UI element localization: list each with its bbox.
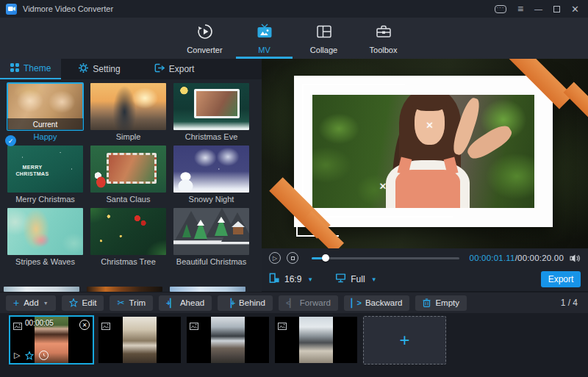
theme-thumbnail — [90, 146, 166, 193]
tab-toolbox[interactable]: Toolbox — [354, 18, 413, 59]
gear-icon — [79, 63, 88, 75]
photo-frame: ✕ ✕ — [294, 76, 553, 227]
feedback-icon[interactable]: ··· — [495, 5, 506, 13]
theme-grid-icon — [10, 63, 19, 74]
theme-thumbnail — [90, 83, 166, 130]
chevron-down-icon: ▼ — [307, 276, 313, 283]
check-icon: ✓ — [5, 135, 16, 146]
monitor-icon — [335, 273, 346, 286]
theme-thumbnail: Current — [7, 83, 83, 130]
image-icon — [13, 320, 22, 333]
toolbox-icon — [375, 23, 392, 43]
menu-icon[interactable]: ≡ — [517, 4, 523, 14]
edit-button[interactable]: Edit — [62, 295, 104, 311]
clip-edit-icon[interactable] — [25, 351, 34, 360]
trash-icon — [423, 298, 431, 307]
display-mode-select[interactable]: Full ▼ — [335, 273, 376, 286]
panel-tabs: Theme Setting Export — [0, 59, 262, 79]
collage-icon — [315, 23, 333, 43]
theme-happy[interactable]: Current ✓ Happy — [7, 83, 83, 141]
tab-converter[interactable]: Converter — [175, 18, 234, 59]
chevron-down-icon: ▼ — [43, 301, 49, 306]
ahead-button[interactable]: +▏ Ahead — [159, 295, 212, 311]
play-button[interactable]: ▷ — [269, 252, 281, 264]
volume-icon[interactable] — [570, 254, 581, 263]
theme-thumbnail — [173, 208, 249, 255]
stop-button[interactable] — [287, 252, 298, 264]
backward-button[interactable]: ▏> Backward — [344, 295, 409, 311]
timeline-clip-strip: 00:00:05 ✕ ▷ — [0, 313, 588, 377]
window-title: Vidmore Video Converter — [23, 4, 113, 13]
theme-beautiful-christmas[interactable]: Beautiful Christmas — [173, 208, 249, 266]
add-clip-tile[interactable]: + — [363, 316, 446, 365]
seek-bar[interactable] — [312, 253, 459, 263]
insert-behind-icon: ▕+ — [225, 299, 234, 307]
scissors-icon: ✂ — [117, 298, 124, 307]
page-indicator: 1 / 4 — [561, 298, 582, 308]
app-logo-icon — [6, 4, 17, 15]
theme-grid: Current ✓ Happy Simple Christmas Eve MER… — [4, 83, 258, 270]
tab-theme[interactable]: Theme — [0, 59, 61, 79]
theme-stripes-waves[interactable]: Stripes & Waves — [7, 208, 83, 266]
clip-2[interactable] — [98, 317, 181, 363]
theme-panel: Theme Setting Export — [0, 59, 262, 292]
theme-thumbnail — [90, 208, 166, 255]
app-window: Vidmore Video Converter ··· ≡ — ✕ Conver… — [0, 0, 588, 377]
image-icon — [101, 320, 110, 333]
preview-canvas: ✕ ✕ — [262, 59, 588, 248]
minimize-button[interactable]: — — [534, 5, 542, 13]
chevron-down-icon: ▼ — [371, 276, 377, 283]
move-backward-icon: ▏> — [351, 299, 361, 307]
timecode: 00:00:01.11/00:00:20.00 — [470, 254, 564, 262]
mv-icon — [256, 23, 273, 43]
aspect-ratio-select[interactable]: 16:9 ▼ — [269, 273, 313, 287]
clip-duration: 00:00:05 — [25, 319, 54, 327]
ribbon-decoration — [564, 82, 588, 127]
theme-thumbnail: MERRY CHRISTMAS — [7, 146, 83, 193]
clip-1[interactable]: 00:00:05 ✕ ▷ — [10, 317, 93, 363]
add-button[interactable]: + Add ▼ — [6, 295, 56, 311]
insert-ahead-icon: +▏ — [166, 299, 176, 307]
playback-controls: ▷ 00:00:01.11/00:00:20.00 — [262, 248, 588, 268]
converter-icon — [196, 23, 214, 43]
theme-snowy-night[interactable]: Snowy Night — [173, 146, 249, 204]
export-panel-icon — [154, 63, 165, 75]
preview-photo: ✕ ✕ — [312, 95, 534, 208]
trim-button[interactable]: ✂ Trim — [110, 295, 153, 311]
plus-icon: + — [13, 298, 19, 308]
current-theme-badge: Current — [7, 118, 83, 130]
close-button[interactable]: ✕ — [571, 4, 579, 14]
theme-thumbnail — [173, 83, 249, 130]
theme-santa-claus[interactable]: Santa Claus — [90, 146, 166, 204]
clip-3[interactable] — [187, 317, 269, 363]
plus-icon: + — [399, 330, 409, 351]
tab-setting[interactable]: Setting — [68, 59, 130, 79]
sparkle-decoration: ✕ — [426, 120, 434, 131]
theme-merry-christmas[interactable]: MERRY CHRISTMAS Merry Christmas — [7, 146, 83, 204]
move-forward-icon: <▏ — [286, 299, 295, 307]
remove-clip-icon[interactable]: ✕ — [79, 320, 90, 330]
image-icon — [190, 320, 198, 333]
tab-collage[interactable]: Collage — [294, 18, 354, 59]
seek-thumb[interactable] — [322, 254, 329, 262]
theme-grid-next-row — [0, 287, 262, 292]
image-icon — [278, 320, 287, 333]
forward-button[interactable]: <▏ Forward — [279, 295, 338, 311]
theme-christmas-eve[interactable]: Christmas Eve — [173, 83, 249, 141]
sparkle-decoration: ✕ — [379, 181, 387, 192]
theme-thumbnail — [7, 208, 83, 255]
clip-play-icon[interactable]: ▷ — [14, 351, 20, 359]
magic-star-icon — [69, 298, 78, 307]
empty-button[interactable]: Empty — [415, 295, 467, 311]
export-button[interactable]: Export — [541, 271, 581, 287]
theme-simple[interactable]: Simple — [90, 83, 166, 141]
clip-duration-icon[interactable] — [39, 351, 49, 360]
aspect-ratio-icon — [269, 273, 280, 287]
clip-4[interactable] — [275, 317, 357, 363]
tab-mv[interactable]: MV — [234, 18, 294, 59]
theme-christmas-tree[interactable]: Christmas Tree — [90, 208, 166, 266]
maximize-button[interactable] — [553, 6, 560, 12]
behind-button[interactable]: ▕+ Behind — [218, 295, 273, 311]
tab-export[interactable]: Export — [144, 59, 205, 79]
theme-thumbnail — [173, 146, 249, 193]
